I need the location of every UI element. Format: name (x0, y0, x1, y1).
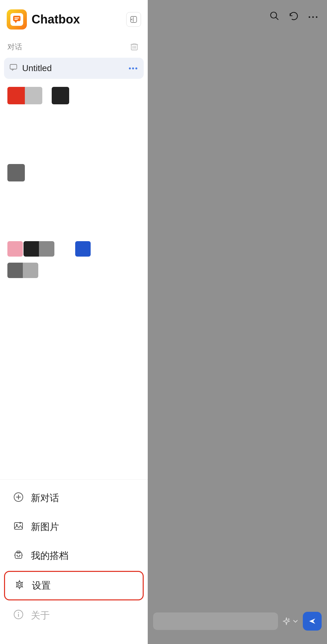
conversations-section: 对话 (0, 36, 148, 56)
swatch-pink[interactable] (7, 241, 23, 257)
svg-rect-19 (14, 523, 22, 529)
app-title: Chatbox (32, 12, 122, 26)
theme-swatches-area (0, 79, 148, 479)
swatch-dark-gray[interactable] (7, 263, 23, 278)
svg-marker-1 (14, 21, 17, 23)
app-logo (7, 9, 27, 30)
swatch-row-2 (7, 164, 140, 181)
svg-rect-14 (10, 64, 17, 69)
svg-point-26 (19, 555, 20, 556)
conversation-item[interactable]: Untitled ••• (4, 58, 144, 79)
nav-new-chat[interactable]: 新对话 (4, 484, 144, 512)
new-chat-icon (13, 492, 24, 504)
svg-point-34 (271, 12, 277, 18)
more-options-icon[interactable]: ··· (308, 12, 319, 22)
svg-rect-0 (13, 16, 20, 21)
send-button[interactable] (303, 612, 322, 631)
new-image-icon (13, 521, 24, 533)
my-partner-label: 我的搭档 (31, 549, 68, 562)
svg-rect-3 (14, 19, 18, 20)
nav-my-partner[interactable]: 我的搭档 (4, 542, 144, 570)
svg-rect-2 (14, 17, 19, 18)
about-icon (13, 609, 24, 622)
nav-new-image[interactable]: 新图片 (4, 513, 144, 541)
swatch-gray2[interactable] (7, 164, 25, 181)
app-logo-inner (10, 13, 23, 26)
swatches-spacer-1 (7, 110, 140, 164)
right-panel: ··· (148, 0, 327, 644)
swatch-gray1[interactable] (25, 87, 42, 104)
swatch-dark2[interactable] (24, 241, 39, 257)
svg-marker-15 (12, 69, 14, 70)
conversation-list: Untitled ••• (0, 56, 148, 79)
bottom-bar (148, 606, 327, 644)
section-label: 对话 (7, 42, 22, 52)
svg-point-32 (18, 612, 19, 613)
swatch-dark1[interactable] (52, 87, 69, 104)
right-panel-header: ··· (148, 0, 327, 29)
new-image-label: 新图片 (31, 521, 59, 533)
swatch-row-1 (7, 87, 140, 104)
swatch-mid-gray[interactable] (39, 241, 54, 257)
swatches-spacer-2 (7, 187, 140, 241)
svg-point-25 (16, 555, 18, 556)
nav-about[interactable]: 关于 (4, 602, 144, 629)
swatch-row-4 (7, 263, 140, 278)
about-label: 关于 (31, 609, 50, 622)
swatch-light-gray[interactable] (23, 263, 38, 278)
message-input[interactable] (153, 612, 278, 630)
swatch-blue[interactable] (75, 241, 91, 257)
sidebar: Chatbox 对话 (0, 0, 148, 644)
swatch-red[interactable] (7, 87, 25, 104)
my-partner-icon (13, 550, 24, 562)
collapse-sidebar-button[interactable] (126, 12, 141, 27)
delete-all-button[interactable] (128, 41, 140, 53)
conversation-name: Untitled (22, 63, 124, 73)
sidebar-bottom-nav: 新对话 新图片 (0, 479, 148, 644)
settings-icon (14, 580, 25, 592)
nav-settings[interactable]: 设置 (4, 571, 144, 600)
search-icon[interactable] (269, 11, 279, 23)
conversation-more-button[interactable]: ••• (129, 64, 138, 73)
svg-rect-11 (133, 44, 136, 45)
swatch-row-3 (7, 241, 140, 257)
settings-label: 设置 (32, 579, 51, 592)
svg-point-30 (18, 583, 21, 586)
sidebar-header: Chatbox (0, 0, 148, 36)
new-chat-label: 新对话 (31, 492, 59, 504)
sparkle-button[interactable] (282, 617, 299, 626)
svg-line-35 (276, 17, 278, 20)
history-icon[interactable] (289, 11, 299, 23)
conversation-icon (9, 63, 17, 73)
